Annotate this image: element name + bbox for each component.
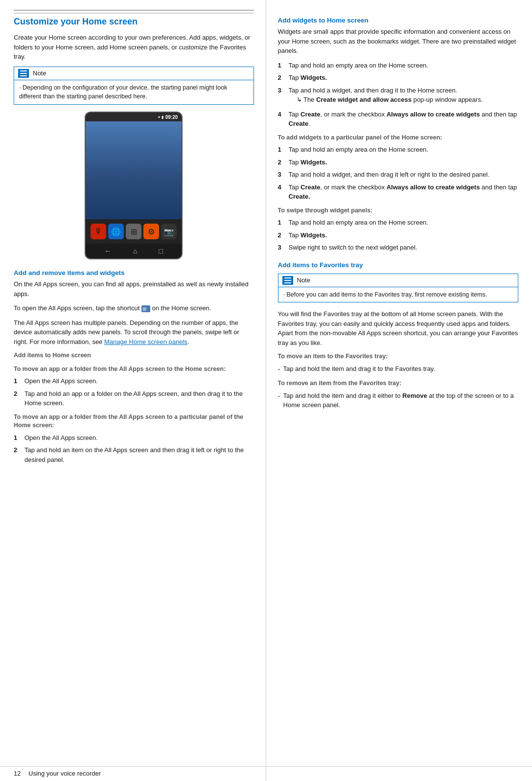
note-box-2: Note Before you can add items to the Fav… bbox=[278, 274, 519, 303]
section2-title: Add and remove items and widgets bbox=[14, 269, 254, 276]
section2-link-end: . bbox=[187, 338, 189, 345]
dock-icon-philips: 🎙 bbox=[91, 224, 106, 239]
sub2-step-1: 1 Open the All Apps screen. bbox=[14, 433, 254, 443]
page-footer: 12 Using your voice recorder bbox=[0, 766, 532, 777]
ss2-bold: Widgets. bbox=[301, 231, 327, 239]
ps3-num: 3 bbox=[278, 170, 285, 180]
ws4-text: Tap Create, or mark the checkbox Always … bbox=[289, 110, 519, 129]
note-header-2: Note bbox=[278, 274, 518, 287]
ws3-num: 3 bbox=[278, 86, 285, 95]
note2-item-1: Before you can add items to the Favorite… bbox=[283, 290, 513, 299]
ws2-bold: Widgets. bbox=[301, 74, 327, 81]
move-to-fav-label: To move an item to the Favorites tray: bbox=[278, 352, 519, 361]
sub1-particular-label: To add widgets to a particular panel of … bbox=[278, 134, 519, 142]
wifi-icon: ▾ bbox=[158, 115, 160, 119]
all-apps-shortcut-icon bbox=[141, 305, 150, 312]
ws2-num: 2 bbox=[278, 73, 285, 83]
note-item-1: Depending on the configuration of your d… bbox=[19, 83, 249, 102]
favorites-title: Add items to Favorites tray bbox=[278, 261, 519, 269]
section2-text2: To open the All Apps screen, tap the sho… bbox=[14, 303, 254, 313]
left-section-title: Customize your Home screen bbox=[14, 13, 254, 27]
ws4-bold2: Always allow to create widgets bbox=[387, 111, 480, 118]
note-icon-2 bbox=[282, 276, 293, 285]
note-box-1: Note Depending on the configuration of y… bbox=[14, 67, 254, 105]
sub2-step-2-num: 2 bbox=[14, 445, 21, 455]
widgets-intro: Widgets are small apps that provide spec… bbox=[278, 27, 519, 56]
remove-from-fav-label: To remove an item from the Favorites tra… bbox=[278, 379, 519, 388]
sub1-label: To move an app or a folder from the All … bbox=[14, 365, 254, 374]
footer-text: Using your voice recorder bbox=[28, 770, 101, 777]
status-time: 09:20 bbox=[165, 115, 178, 120]
move-to-fav-item-1: Tap and hold the item and drag it to the… bbox=[278, 364, 519, 375]
favorites-body: You will find the Favorites tray at the … bbox=[278, 309, 519, 347]
sub2-step-1-text: Open the All Apps screen. bbox=[24, 433, 254, 443]
remove-from-fav-list: Tap and hold the item and drag it either… bbox=[278, 391, 519, 410]
sub1-steps: 1 Open the All Apps screen. 2 Tap and ho… bbox=[14, 376, 254, 408]
note-label-2: Note bbox=[297, 276, 310, 284]
phone-screen: ▾ ▮ 09:20 🎙 🌐 ⊞ ⚙ 📷 ← ⌂ □ bbox=[86, 113, 182, 258]
sub1-step-1-text: Open the All Apps screen. bbox=[24, 376, 254, 386]
left-intro-text: Create your Home screen according to you… bbox=[14, 33, 254, 62]
dock-icon-browser: 🌐 bbox=[108, 224, 124, 239]
ss3-num: 3 bbox=[278, 243, 285, 253]
dock-icon-settings: ⚙ bbox=[143, 224, 159, 239]
ps4-bold3: Create. bbox=[289, 193, 310, 200]
move-to-fav-text-1: Tap and hold the item and drag it to the… bbox=[283, 364, 436, 374]
move-to-fav-list: Tap and hold the item and drag it to the… bbox=[278, 364, 519, 375]
ss3: 3 Swipe right to switch to the next widg… bbox=[278, 243, 519, 253]
dock-icon-camera: 📷 bbox=[161, 224, 177, 239]
note-list-1: Depending on the configuration of your d… bbox=[19, 83, 249, 102]
ps4-text: Tap Create, or mark the checkbox Always … bbox=[289, 183, 519, 202]
sub1-step-1: 1 Open the All Apps screen. bbox=[14, 376, 254, 386]
section2-text1: On the All Apps screen, you can find all… bbox=[14, 279, 254, 299]
ps4-bold2: Always allow to create widgets bbox=[387, 184, 480, 191]
ss1: 1 Tap and hold an empty area on the Home… bbox=[278, 218, 519, 228]
status-icons: ▾ ▮ bbox=[158, 115, 163, 119]
right-column: Add widgets to Home screen Widgets are s… bbox=[266, 0, 532, 781]
page-number: 12 bbox=[14, 770, 28, 777]
nav-home-icon: ⌂ bbox=[133, 247, 137, 255]
widget-steps: 1 Tap and hold an empty area on the Home… bbox=[278, 61, 519, 129]
sub2-step-2-text: Tap and hold an item on the All Apps scr… bbox=[24, 445, 254, 464]
sub2-steps: 1 Open the All Apps screen. 2 Tap and ho… bbox=[14, 433, 254, 465]
widget-step-4: 4 Tap Create, or mark the checkbox Alway… bbox=[278, 110, 519, 129]
battery-icon: ▮ bbox=[162, 115, 163, 119]
phone-mockup: ▾ ▮ 09:20 🎙 🌐 ⊞ ⚙ 📷 ← ⌂ □ bbox=[85, 112, 183, 259]
widget-step-3: 3 Tap and hold a widget, and then drag i… bbox=[278, 86, 519, 107]
ps1: 1 Tap and hold an empty area on the Home… bbox=[278, 145, 519, 155]
swipe-steps: 1 Tap and hold an empty area on the Home… bbox=[278, 218, 519, 253]
widget-step-2: 2 Tap Widgets. bbox=[278, 73, 519, 83]
ws3-arrow-bold: Create widget and allow access bbox=[316, 96, 412, 103]
sub1-step-1-num: 1 bbox=[14, 376, 21, 386]
note-list-2: Before you can add items to the Favorite… bbox=[283, 290, 513, 299]
ps4: 4 Tap Create, or mark the checkbox Alway… bbox=[278, 183, 519, 202]
ws4-num: 4 bbox=[278, 110, 285, 119]
remove-bold: Remove bbox=[402, 392, 427, 399]
remove-from-fav-item-1: Tap and hold the item and drag it either… bbox=[278, 391, 519, 410]
note-icon-lines-1 bbox=[20, 70, 27, 76]
sub2-step-1-num: 1 bbox=[14, 433, 21, 443]
ws2-text: Tap Widgets. bbox=[289, 73, 519, 83]
ps4-bold1: Create bbox=[301, 184, 320, 191]
ws4-bold1: Create bbox=[301, 111, 320, 118]
sub1-step-2-text: Tap and hold an app or a folder on the A… bbox=[24, 389, 254, 408]
note-icon-1 bbox=[18, 69, 29, 78]
phone-status-bar: ▾ ▮ 09:20 bbox=[86, 113, 182, 121]
ps2-text: Tap Widgets. bbox=[289, 158, 519, 167]
sub1-step-2: 2 Tap and hold an app or a folder on the… bbox=[14, 389, 254, 408]
note-content-2: Before you can add items to the Favorite… bbox=[278, 287, 518, 302]
particular-steps: 1 Tap and hold an empty area on the Home… bbox=[278, 145, 519, 202]
ps1-text: Tap and hold an empty area on the Home s… bbox=[289, 145, 519, 155]
ss3-text: Swipe right to switch to the next widget… bbox=[289, 243, 519, 253]
ps3: 3 Tap and hold a widget, and then drag i… bbox=[278, 170, 519, 180]
manage-panels-link[interactable]: Manage Home screen panels bbox=[104, 338, 187, 345]
ss2-num: 2 bbox=[278, 230, 285, 240]
widget-step-1: 1 Tap and hold an empty area on the Home… bbox=[278, 61, 519, 70]
phone-wallpaper bbox=[86, 121, 182, 219]
ps2-num: 2 bbox=[278, 158, 285, 167]
left-top-divider bbox=[14, 10, 254, 11]
swipe-label: To swipe through widget panels: bbox=[278, 207, 519, 215]
dock-icon-apps: ⊞ bbox=[126, 224, 141, 239]
section2-text2-end: on the Home screen. bbox=[152, 304, 211, 312]
phone-nav-bar: ← ⌂ □ bbox=[86, 244, 182, 258]
